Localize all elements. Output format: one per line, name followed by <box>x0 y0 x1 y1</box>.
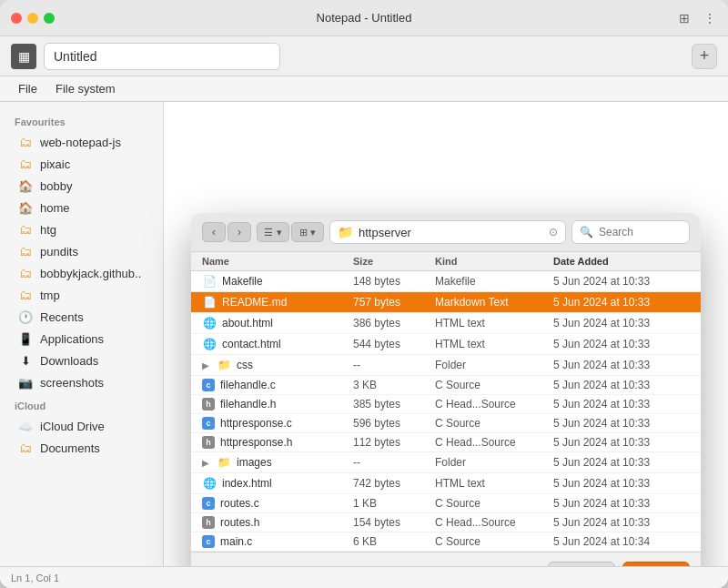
location-bar[interactable]: 📁 httpserver ⊙ <box>329 220 566 244</box>
file-name-cell: h routes.h <box>202 516 353 529</box>
sidebar-item-pixaic[interactable]: 🗂 pixaic <box>4 153 159 175</box>
open-button[interactable]: Open <box>622 562 690 566</box>
file-row[interactable]: 📄 Makefile 148 bytes Makefile 5 Jun 2024… <box>191 271 701 292</box>
dialog-toolbar: ‹ › ☰ ▾ ⊞ ▾ 📁 httpserver ⊙ <box>191 213 701 252</box>
file-kind: Folder <box>435 359 553 371</box>
back-button[interactable]: ‹ <box>202 222 226 242</box>
file-name-cell: 🌐 about.html <box>202 316 353 330</box>
file-date: 5 Jun 2024 at 10:33 <box>553 398 690 411</box>
screenshot-icon: 📷 <box>18 375 33 390</box>
sidebar-item-bobby[interactable]: 🏠 bobby <box>4 175 159 197</box>
file-name: filehandle.c <box>220 379 276 391</box>
file-row[interactable]: 🌐 index.html 742 bytes HTML text 5 Jun 2… <box>191 473 701 494</box>
list-view-button[interactable]: ☰ ▾ <box>257 222 289 242</box>
minimize-button[interactable] <box>27 13 38 24</box>
sidebar-label: web-notepad-js <box>40 136 121 149</box>
document-title-input[interactable] <box>44 43 280 70</box>
file-row[interactable]: h httpresponse.h 112 bytes C Head...Sour… <box>191 433 701 452</box>
menu-item-file[interactable]: File <box>11 80 45 97</box>
close-button[interactable] <box>11 13 22 24</box>
view-buttons: ☰ ▾ ⊞ ▾ <box>257 222 324 242</box>
traffic-lights <box>11 13 55 24</box>
file-date: 5 Jun 2024 at 10:33 <box>553 497 690 510</box>
sidebar-item-applications[interactable]: 📱 Applications <box>4 328 159 350</box>
forward-button[interactable]: › <box>228 222 251 242</box>
dialog-footer: Cancel Open <box>191 552 701 566</box>
file-type-icon: c <box>202 535 215 548</box>
grid-view-button[interactable]: ⊞ ▾ <box>291 222 324 242</box>
dialog-overlay: ‹ › ☰ ▾ ⊞ ▾ 📁 httpserver ⊙ <box>164 204 728 566</box>
sidebar-item-htg[interactable]: 🗂 htg <box>4 218 159 240</box>
col-date: Date Added <box>553 256 690 267</box>
file-type-icon: h <box>202 398 215 411</box>
folder-expand-icon[interactable]: ▶ <box>202 360 209 370</box>
app-window: Notepad - Untitled ⊞ ⋮ ▦ + File File sys… <box>0 0 728 588</box>
file-row[interactable]: 🌐 about.html 386 bytes HTML text 5 Jun 2… <box>191 313 701 334</box>
file-date: 5 Jun 2024 at 10:33 <box>553 296 690 309</box>
file-name-cell: 📄 Makefile <box>202 274 353 289</box>
file-row[interactable]: c routes.c 1 KB C Source 5 Jun 2024 at 1… <box>191 494 701 513</box>
sidebar-label: screenshots <box>40 376 104 390</box>
sidebar-item-bobbykjack[interactable]: 🗂 bobbykjack.github.. <box>4 262 159 284</box>
file-name: filehandle.h <box>220 398 276 411</box>
file-kind: C Source <box>435 535 553 548</box>
maximize-button[interactable] <box>44 13 55 24</box>
file-name-cell: c main.c <box>202 535 353 548</box>
sidebar-label: bobby <box>40 179 72 193</box>
file-size: 112 bytes <box>353 436 435 449</box>
file-row[interactable]: 📄 README.md 757 bytes Markdown Text 5 Ju… <box>191 292 701 313</box>
file-date: 5 Jun 2024 at 10:33 <box>553 275 690 288</box>
sidebar-item-documents[interactable]: 🗂 Documents <box>4 437 159 459</box>
file-size: 3 KB <box>353 379 435 391</box>
sidebar-label: pundits <box>40 245 78 259</box>
file-row[interactable]: h filehandle.h 385 bytes C Head...Source… <box>191 395 701 414</box>
file-size: -- <box>353 456 435 469</box>
clock-icon: 🕐 <box>18 309 33 324</box>
file-row[interactable]: c httpresponse.c 596 bytes C Source 5 Ju… <box>191 414 701 433</box>
file-row[interactable]: ▶ 📁 images -- Folder 5 Jun 2024 at 10:33 <box>191 452 701 473</box>
window-title: Notepad - Untitled <box>317 11 412 25</box>
sidebar-item-recents[interactable]: 🕐 Recents <box>4 306 159 328</box>
file-list-container: Name Size Kind Date Added 📄 Makefile 148… <box>191 252 701 552</box>
file-date: 5 Jun 2024 at 10:33 <box>553 456 690 469</box>
file-date: 5 Jun 2024 at 10:33 <box>553 477 690 490</box>
file-name-cell: c filehandle.c <box>202 379 353 391</box>
file-date: 5 Jun 2024 at 10:33 <box>553 317 690 329</box>
cancel-button[interactable]: Cancel <box>548 562 615 566</box>
search-bar[interactable]: 🔍 <box>571 220 690 244</box>
add-tab-button[interactable]: + <box>692 44 717 69</box>
search-input[interactable] <box>599 226 681 238</box>
sidebar-item-icloud-drive[interactable]: ☁️ iCloud Drive <box>4 415 159 437</box>
file-row[interactable]: 🌐 contact.html 544 bytes HTML text 5 Jun… <box>191 334 701 355</box>
file-size: 148 bytes <box>353 275 435 288</box>
sidebar-item-downloads[interactable]: ⬇ Downloads <box>4 350 159 371</box>
file-name-cell: 📄 README.md <box>202 295 353 309</box>
folder-icon: 🗂 <box>18 266 33 280</box>
folder-expand-icon[interactable]: ▶ <box>202 458 209 468</box>
file-row[interactable]: ▶ 📁 css -- Folder 5 Jun 2024 at 10:33 <box>191 355 701 376</box>
file-date: 5 Jun 2024 at 10:34 <box>553 535 690 548</box>
folder-icon: 🗂 <box>18 157 33 171</box>
file-kind: C Source <box>435 379 553 391</box>
sidebar-label: iCloud Drive <box>40 420 105 433</box>
sidebar-item-pundits[interactable]: 🗂 pundits <box>4 240 159 262</box>
sidebar-item-screenshots[interactable]: 📷 screenshots <box>4 371 159 393</box>
sidebar-item-home[interactable]: 🏠 home <box>4 197 159 218</box>
sidebar-item-tmp[interactable]: 🗂 tmp <box>4 284 159 306</box>
window-action-icon-1[interactable]: ⊞ <box>677 11 692 25</box>
file-kind: HTML text <box>435 317 553 329</box>
file-row[interactable]: c main.c 6 KB C Source 5 Jun 2024 at 10:… <box>191 532 701 552</box>
notepad-toolbar: ▦ + <box>0 36 728 76</box>
window-action-icon-2[interactable]: ⋮ <box>703 11 717 25</box>
file-name-cell: 🌐 index.html <box>202 476 353 491</box>
file-date: 5 Jun 2024 at 10:33 <box>553 338 690 350</box>
open-file-dialog: ‹ › ☰ ▾ ⊞ ▾ 📁 httpserver ⊙ <box>191 213 701 566</box>
file-row[interactable]: h routes.h 154 bytes C Head...Source 5 J… <box>191 513 701 532</box>
cursor-position: Ln 1, Col 1 <box>11 573 59 583</box>
file-date: 5 Jun 2024 at 10:33 <box>553 359 690 371</box>
file-kind: C Source <box>435 497 553 510</box>
file-kind: HTML text <box>435 338 553 350</box>
sidebar-item-web-notepad-js[interactable]: 🗂 web-notepad-js <box>4 131 159 153</box>
file-row[interactable]: c filehandle.c 3 KB C Source 5 Jun 2024 … <box>191 376 701 395</box>
menu-item-filesystem[interactable]: File system <box>48 80 123 97</box>
